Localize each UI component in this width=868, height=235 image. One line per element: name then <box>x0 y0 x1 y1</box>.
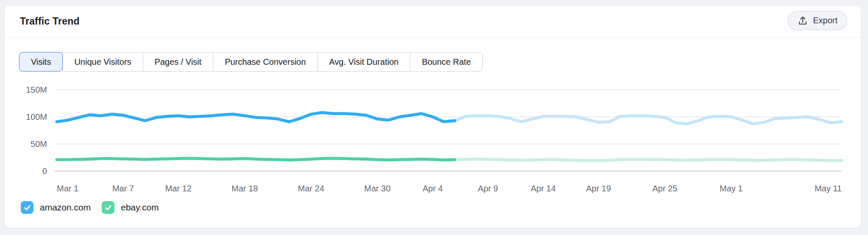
x-tick-label: Apr 19 <box>586 184 611 193</box>
x-tick-label: May 1 <box>720 184 743 193</box>
page-title: Traffic Trend <box>20 16 80 27</box>
legend-item-amazon-com[interactable]: amazon.com <box>21 201 91 214</box>
legend-label: ebay.com <box>121 202 159 213</box>
x-tick-label: Mar 24 <box>298 184 324 193</box>
x-tick-label: Apr 25 <box>652 184 677 193</box>
export-button-label: Export <box>813 16 837 25</box>
legend-item-ebay-com[interactable]: ebay.com <box>102 201 159 214</box>
traffic-trend-card: Traffic Trend Export VisitsUnique Visito… <box>4 5 861 228</box>
ebay-com-line-projected <box>455 159 842 160</box>
y-tick-label: 150M <box>26 85 47 94</box>
tab-visits[interactable]: Visits <box>19 52 63 72</box>
legend-checkbox-checked-icon[interactable] <box>102 201 114 214</box>
x-tick-label: Apr 4 <box>423 184 443 193</box>
y-tick-label: 50M <box>31 139 47 149</box>
x-tick-label: Mar 12 <box>165 184 192 193</box>
x-tick-label: Mar 30 <box>364 184 390 193</box>
y-tick-label: 100M <box>26 112 47 122</box>
export-button[interactable]: Export <box>787 11 847 30</box>
ebay-com-line <box>57 158 455 160</box>
traffic-trend-chart: 150M100M50M0Mar 1Mar 7Mar 12Mar 18Mar 24… <box>5 64 861 200</box>
chart-legend: amazon.comebay.com <box>21 201 159 214</box>
legend-checkbox-checked-icon[interactable] <box>21 201 33 214</box>
x-tick-label: Mar 7 <box>112 184 134 193</box>
y-tick-label: 0 <box>42 166 47 176</box>
x-tick-label: Apr 9 <box>478 184 498 193</box>
card-header: Traffic Trend Export <box>5 6 861 38</box>
x-tick-label: Mar 1 <box>57 184 78 193</box>
x-tick-label: May 11 <box>815 184 842 193</box>
x-tick-label: Mar 18 <box>231 184 258 193</box>
legend-label: amazon.com <box>40 202 91 213</box>
export-upload-icon <box>797 15 808 26</box>
x-tick-label: Apr 14 <box>531 184 556 193</box>
